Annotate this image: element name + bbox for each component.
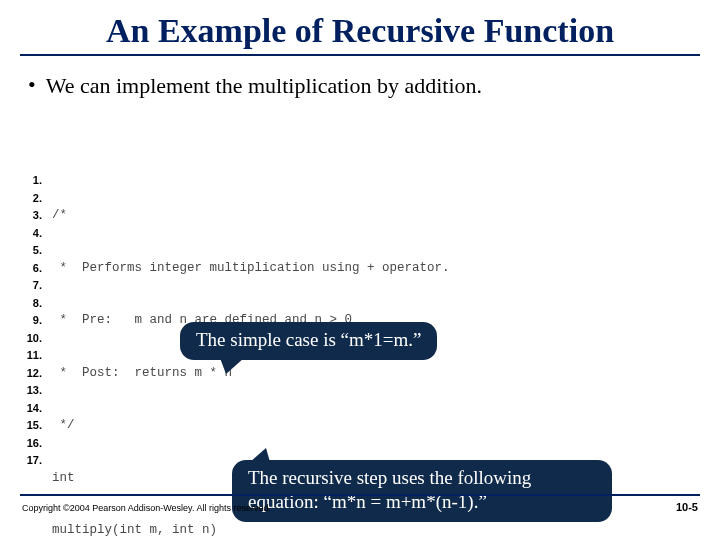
line-number: 8. [18, 295, 44, 313]
footer-rule [20, 494, 700, 496]
line-number: 13. [18, 382, 44, 400]
line-number: 11. [18, 347, 44, 365]
code-line: * Post: returns m * n [52, 365, 532, 383]
callout-text-line: The recursive step uses the following [248, 466, 596, 490]
line-number: 4. [18, 225, 44, 243]
code-line: */ [52, 417, 532, 435]
callout-simple-case: The simple case is “m*1=m.” [180, 322, 437, 360]
line-number: 14. [18, 400, 44, 418]
bullet-text: We can implement the multiplication by a… [46, 72, 482, 100]
copyright-text: Copyright ©2004 Pearson Addison-Wesley. … [22, 503, 271, 513]
line-number: 5. [18, 242, 44, 260]
callout-recursive-step: The recursive step uses the following eq… [232, 460, 612, 522]
line-number: 10. [18, 330, 44, 348]
line-number: 15. [18, 417, 44, 435]
code-line: /* [52, 207, 532, 225]
line-number: 7. [18, 277, 44, 295]
bullet-item: • We can implement the multiplication by… [0, 62, 720, 100]
callout-pointer-icon [220, 358, 244, 374]
line-number: 17. [18, 452, 44, 470]
page-number: 10-5 [676, 501, 698, 513]
slide-title: An Example of Recursive Function [0, 0, 720, 52]
title-underline [20, 54, 700, 56]
line-number: 9. [18, 312, 44, 330]
callout-pointer-icon [250, 448, 270, 462]
line-number: 6. [18, 260, 44, 278]
bullet-marker: • [28, 72, 36, 98]
line-number: 3. [18, 207, 44, 225]
code-line: * Performs integer multiplication using … [52, 260, 532, 278]
code-line: multiply(int m, int n) [52, 522, 532, 540]
line-number: 12. [18, 365, 44, 383]
line-number: 1. [18, 172, 44, 190]
callout-text: The simple case is “m*1=m.” [196, 329, 421, 350]
line-number: 2. [18, 190, 44, 208]
line-number: 16. [18, 435, 44, 453]
slide: An Example of Recursive Function • We ca… [0, 0, 720, 540]
line-number-gutter: 1. 2. 3. 4. 5. 6. 7. 8. 9. 10. 11. 12. 1… [18, 172, 44, 470]
